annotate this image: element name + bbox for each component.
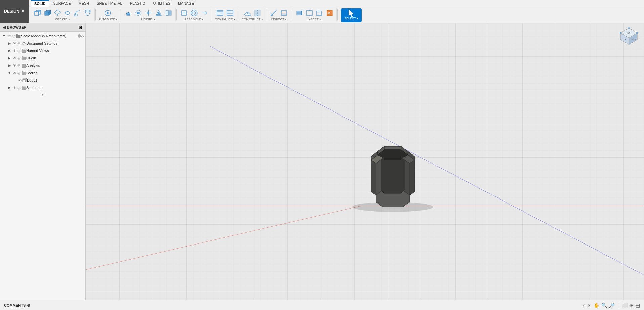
light-icon-sketches[interactable]: ◎ [17, 85, 22, 90]
light-icon-analysis[interactable]: ◎ [17, 63, 22, 68]
modify-press-btn[interactable] [124, 9, 133, 17]
tab-utilities[interactable]: UTILITIES [150, 0, 174, 7]
inspect-label[interactable]: INSPECT ▾ [271, 18, 287, 22]
insert-mcmaster-btn[interactable]: M [325, 9, 334, 17]
automate-btn[interactable] [103, 9, 113, 17]
nav-cube[interactable]: TOP LEFT FRONT [617, 26, 641, 50]
design-dropdown[interactable]: DESIGN ▼ [0, 0, 29, 23]
automate-group: AUTOMATE ▾ [96, 8, 120, 22]
3d-model [329, 108, 457, 215]
create-label[interactable]: CREATE ▾ [55, 18, 70, 22]
revolve-icon [64, 9, 71, 17]
viewport[interactable]: TOP LEFT FRONT [86, 23, 644, 300]
light-icon-named-views[interactable]: ◎ [17, 48, 22, 53]
tab-solid[interactable]: SOLID [31, 0, 49, 7]
light-icon-root[interactable]: ◎ [11, 34, 16, 38]
modify-mirror-btn[interactable] [164, 9, 173, 17]
create-box-btn[interactable] [33, 9, 42, 17]
modify-fillet-btn[interactable] [134, 9, 143, 17]
create-solid-btn[interactable] [43, 9, 52, 17]
construct-plane-btn[interactable] [243, 9, 252, 17]
construct-group: CONSTRUCT ▾ [240, 8, 265, 22]
tree-item-root[interactable]: 👁 ◎ Scale Model (v1-recovered) ⚙ [0, 32, 85, 40]
design-arrow: ▼ [21, 9, 25, 14]
settings-icon-root[interactable]: ⚙ [81, 34, 84, 38]
tree-item-origin[interactable]: 👁 ◎ Origin [0, 54, 85, 62]
tree-bottom-arrow[interactable]: ▼ [0, 91, 85, 98]
insert-canvas-btn[interactable] [305, 9, 314, 17]
browser-title: BROWSER [7, 25, 26, 29]
insert-decal-btn[interactable] [295, 9, 304, 17]
motion-icon [201, 9, 208, 17]
view-display-btn[interactable]: ▤ [636, 303, 640, 308]
light-icon-bodies[interactable]: ◎ [17, 71, 22, 75]
eye-icon-body1[interactable]: 👁 [17, 78, 22, 83]
browser-header: ◀ BROWSER ⊕ [0, 23, 85, 32]
eye-icon-sketches[interactable]: 👁 [12, 85, 17, 90]
svg-point-12 [147, 12, 149, 14]
tree-item-named-views[interactable]: 👁 ◎ Named Views [0, 47, 85, 54]
view-cube-btn[interactable]: ⬜ [622, 303, 628, 308]
automate-label[interactable]: AUTOMATE ▾ [98, 18, 118, 22]
viewport-controls: ⌂ ⊡ ✋ 🔍 🔎 ⬜ ⊞ ▤ [583, 303, 640, 308]
nav-orbit-btn[interactable]: 🔎 [609, 303, 615, 308]
tree-item-bodies[interactable]: 👁 ◎ Bodies [0, 69, 85, 77]
loft-icon [84, 9, 91, 17]
insert-svg-btn[interactable] [315, 9, 324, 17]
light-icon-origin[interactable]: ◎ [17, 56, 22, 60]
create-group: CREATE ▾ [31, 8, 95, 22]
svg-rect-60 [22, 87, 26, 90]
inspect-section-btn[interactable] [279, 9, 289, 17]
eye-icon-origin[interactable]: 👁 [12, 56, 17, 60]
tab-sheet-metal[interactable]: SHEET METAL [93, 0, 126, 7]
tab-plastic[interactable]: PLASTIC [127, 0, 149, 7]
construct-icons [243, 8, 262, 18]
eye-icon-named-views[interactable]: 👁 [12, 48, 17, 53]
create-extrude-btn[interactable] [53, 9, 62, 17]
construct-label[interactable]: CONSTRUCT ▾ [242, 18, 263, 22]
assemble-joint-btn[interactable] [189, 9, 199, 17]
eye-icon-doc[interactable]: 👁 [12, 41, 17, 46]
eye-icon-root[interactable]: 👁 [7, 34, 11, 38]
create-loft-btn[interactable] [83, 9, 92, 17]
nav-home-btn[interactable]: ⌂ [583, 303, 586, 308]
eye-icon-bodies[interactable]: 👁 [12, 71, 17, 75]
browser-options-icon[interactable]: ⊕ [79, 25, 83, 30]
tab-mesh[interactable]: MESH [75, 0, 93, 7]
assemble-motion-btn[interactable] [200, 9, 209, 17]
combine-icon [145, 9, 152, 17]
joint-icon [190, 9, 198, 17]
svg-point-5 [85, 10, 90, 12]
tab-surface[interactable]: SURFACE [50, 0, 75, 7]
fillet-icon [135, 9, 142, 17]
configure-table-btn[interactable] [215, 9, 225, 17]
eye-icon-analysis[interactable]: 👁 [12, 63, 17, 68]
browser-collapse-icon[interactable]: ◀ [3, 25, 6, 30]
modify-label[interactable]: MODIFY ▾ [141, 18, 155, 22]
configure-label[interactable]: CONFIGURE ▾ [215, 18, 236, 22]
tree-item-body1[interactable]: 👁 Body1 [0, 77, 85, 84]
tab-manage[interactable]: MANAGE [175, 0, 198, 7]
configure-list-btn[interactable] [225, 9, 235, 17]
construct-axis-btn[interactable] [253, 9, 262, 17]
create-sweep-btn[interactable] [73, 9, 82, 17]
light-icon-doc[interactable]: ◎ [17, 41, 22, 46]
nav-pan-btn[interactable]: ✋ [594, 303, 599, 308]
assemble-label[interactable]: ASSEMBLE ▾ [185, 18, 204, 22]
nav-fit-btn[interactable]: ⊡ [588, 303, 592, 308]
modify-scale-btn[interactable] [154, 9, 163, 17]
sweep-icon [74, 9, 81, 17]
assemble-new-btn[interactable] [179, 9, 189, 17]
comments-expand-icon[interactable]: ⊕ [27, 303, 30, 308]
view-grid-btn[interactable]: ⊞ [630, 303, 634, 308]
insert-label[interactable]: INSERT ▾ [308, 18, 321, 22]
nav-zoom-btn[interactable]: 🔍 [601, 303, 607, 308]
tree-item-sketches[interactable]: 👁 ◎ Sketches [0, 84, 85, 91]
tree-item-analysis[interactable]: 👁 ◎ Analysis [0, 62, 85, 69]
select-btn[interactable]: SELECT ▾ [341, 8, 362, 22]
modify-combine-btn[interactable] [144, 9, 153, 17]
inspect-measure-btn[interactable] [269, 9, 278, 17]
create-revolve-btn[interactable] [63, 9, 72, 17]
tree-item-doc-settings[interactable]: 👁 ◎ Document Settings [0, 40, 85, 47]
automate-icon [104, 9, 112, 17]
